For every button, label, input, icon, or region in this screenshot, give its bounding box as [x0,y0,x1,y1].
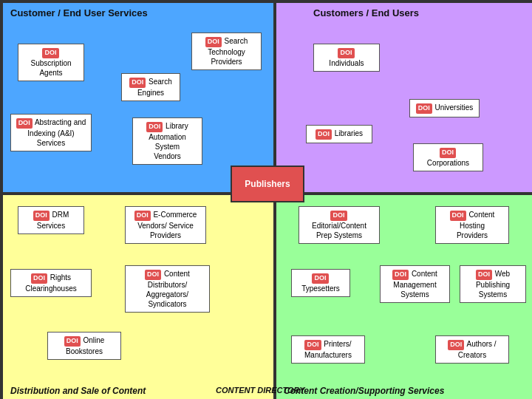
libraries-box: DOI Libraries [306,125,372,143]
abstracting-box: DOI Abstracting and Indexing (A&I) Servi… [10,114,92,151]
corporations-box: DOI Corporations [413,143,483,171]
ecommerce-box: DOI E-Commerce Vendors/ Service Provider… [125,206,206,244]
universities-box: DOI Universities [409,99,480,117]
library-automation-box: DOI Library Automation System Vendors [132,117,202,165]
authors-box: DOI Authors / Creators [435,335,509,364]
doi-badge-bs: DOI [64,336,81,347]
search-engines-box: DOI Search Engines [121,73,180,101]
drm-box: DOI DRM Services [18,206,84,234]
top-right-section: Customers / End Users DOI Individuals DO… [275,1,532,194]
doi-badge-lib: DOI [316,129,332,140]
doi-badge-drm: DOI [33,211,50,221]
typesetters-box: DOI Typesetters [291,269,350,297]
printers-box: DOI Printers/ Manufacturers [291,335,365,364]
search-tech-box: DOI Search Technology Providers [191,33,262,70]
bottom-right-section: DOI Editorial/Content Prep Systems DOI C… [275,194,532,399]
doi-badge-ch: DOI [450,211,466,221]
publishers-box: Publishers [231,166,304,202]
doi-badge-ec: DOI [134,211,151,221]
bottom-footer-center: CONTENT DIRECTORY [216,386,305,395]
doi-badge-la: DOI [146,122,163,132]
doi-badge-uni: DOI [416,103,432,114]
doi-badge-se: DOI [129,78,146,88]
subscription-agents-label: Subscription Agents [30,59,71,77]
doi-badge-wp: DOI [476,270,492,280]
doi-badge-au: DOI [448,340,464,350]
individuals-label: Individuals [329,59,364,67]
individuals-box: DOI Individuals [313,44,380,72]
subscription-agents-box: DOI Subscription Agents [18,44,84,81]
doi-badge-ts: DOI [312,273,328,284]
corporations-label: Corporations [427,159,469,167]
bottom-footer-left: Distribution and Sale of Content [10,386,146,396]
editorial-label: Editorial/Content Prep Systems [312,222,366,239]
web-publishing-box: DOI Web Publishing Systems [460,265,526,303]
doi-badge-cd: DOI [145,270,161,280]
bottom-footer-right: Content Creation/Supporting Services [284,386,444,396]
content-dist-box: DOI Content Distributors/ Aggregators/ S… [125,265,210,313]
doi-badge-ai: DOI [16,118,33,129]
editorial-box: DOI Editorial/Content Prep Systems [299,206,380,244]
doi-badge-cms: DOI [392,270,409,280]
doi-badge-st: DOI [205,37,222,47]
rights-box: DOI Rights Clearinghouses [10,269,92,297]
typesetters-label: Typesetters [301,284,340,293]
doi-badge-ind: DOI [338,48,354,58]
main-container: Customer / End User Services DOI Subscri… [0,0,532,399]
cms-box: DOI Content Management Systems [380,265,450,303]
content-hosting-box: DOI Content Hosting Providers [435,206,509,244]
doi-badge-corp: DOI [440,148,456,158]
publishers-label: Publishers [245,179,290,189]
doi-badge-ed: DOI [330,211,347,221]
libraries-label: Libraries [335,129,363,137]
top-right-title: Customers / End Users [313,7,419,18]
abstracting-label: Abstracting and Indexing (A&I) Services [27,118,86,147]
bookstores-box: DOI Online Bookstores [47,332,121,360]
doi-badge-sub: DOI [42,48,58,58]
doi-badge-pr: DOI [304,340,321,350]
universities-label: Universities [435,103,474,112]
bottom-left-section: DOI DRM Services DOI E-Commerce Vendors/… [1,194,275,399]
doi-badge-rights: DOI [31,273,47,284]
top-left-title: Customer / End User Services [10,7,148,18]
top-left-section: Customer / End User Services DOI Subscri… [1,1,275,194]
